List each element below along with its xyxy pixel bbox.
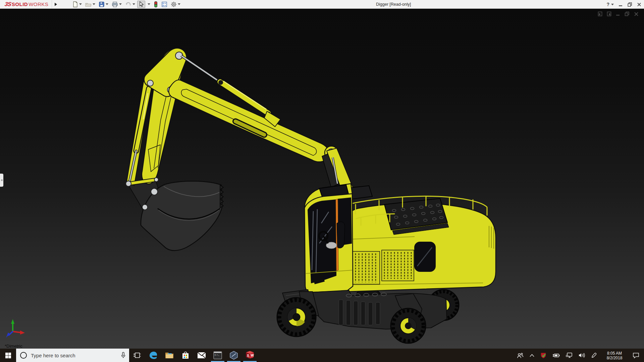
action-center-icon bbox=[633, 353, 639, 358]
solidworks-window: 3S SOLIDWORKS bbox=[0, 0, 644, 362]
file-explorer-icon bbox=[165, 352, 174, 359]
front-right-wheel[interactable] bbox=[391, 308, 426, 343]
cab-front-glass bbox=[308, 200, 336, 283]
windows-logo-icon bbox=[5, 353, 11, 358]
front-left-wheel[interactable] bbox=[277, 298, 316, 337]
battery-button[interactable] bbox=[549, 349, 563, 362]
cortana-icon[interactable] bbox=[20, 352, 27, 359]
save-icon bbox=[99, 1, 105, 7]
help-button[interactable]: ? bbox=[606, 2, 614, 7]
view-orientation-label: *Dimetric bbox=[5, 344, 22, 349]
solidworks-shield-icon bbox=[540, 352, 546, 359]
print-icon bbox=[112, 1, 118, 7]
help-icon: ? bbox=[606, 2, 609, 7]
command-prompt-button[interactable]: C:\_ bbox=[210, 349, 226, 362]
clock-time: 8:05 AM bbox=[602, 351, 627, 356]
start-button[interactable] bbox=[0, 349, 16, 362]
brand-solid: SOLID bbox=[12, 1, 28, 7]
boom-beam[interactable] bbox=[169, 80, 338, 162]
clock-date: 8/2/2018 bbox=[602, 356, 627, 360]
action-center-button[interactable] bbox=[630, 349, 644, 362]
bucket[interactable] bbox=[127, 178, 223, 251]
volume-button[interactable] bbox=[576, 349, 588, 362]
open-button[interactable] bbox=[84, 1, 97, 8]
chevron-up-icon bbox=[530, 354, 534, 357]
operator-cab[interactable] bbox=[305, 184, 353, 292]
restore-button[interactable] bbox=[628, 2, 632, 7]
options-button[interactable] bbox=[169, 1, 182, 8]
mail-icon bbox=[197, 352, 206, 359]
save-dropdown-icon[interactable] bbox=[106, 3, 108, 5]
file-properties-button[interactable] bbox=[160, 1, 169, 8]
undo-dropdown-icon[interactable] bbox=[132, 3, 135, 5]
engine-vent-grille-right bbox=[382, 250, 414, 281]
cmd-prompt-text: C:\_ bbox=[215, 354, 220, 356]
edrawings-button[interactable] bbox=[226, 349, 242, 362]
solidworks-logo: 3S SOLIDWORKS bbox=[0, 0, 52, 8]
battery-icon bbox=[552, 353, 560, 358]
taskbar-search[interactable] bbox=[16, 349, 129, 362]
options-gear-icon bbox=[171, 1, 177, 7]
edrawings-hexagon-icon bbox=[229, 351, 238, 360]
new-dropdown-icon[interactable] bbox=[79, 3, 82, 5]
open-folder-icon bbox=[85, 1, 92, 7]
select-cursor-icon bbox=[139, 1, 144, 7]
file-properties-icon bbox=[161, 1, 167, 7]
network-icon bbox=[566, 353, 573, 358]
titlebar: 3S SOLIDWORKS bbox=[0, 0, 644, 9]
solidworks-2017-button[interactable]: S W 2017 bbox=[242, 349, 258, 362]
pen-icon bbox=[591, 353, 596, 358]
tray-overflow-button[interactable] bbox=[527, 349, 537, 362]
pen-button[interactable] bbox=[588, 349, 599, 362]
minimize-icon bbox=[619, 2, 623, 7]
new-document-icon bbox=[72, 1, 78, 7]
select-dropdown-icon[interactable] bbox=[148, 3, 150, 5]
close-icon bbox=[637, 2, 641, 7]
graphics-viewport[interactable]: .y{fill:#d9db21;stroke:#101010;stroke-wi… bbox=[0, 9, 644, 349]
close-button[interactable] bbox=[637, 2, 641, 7]
people-button[interactable] bbox=[514, 349, 527, 362]
operator-seat bbox=[337, 222, 345, 248]
orientation-triad bbox=[6, 319, 25, 338]
store-button[interactable] bbox=[177, 349, 194, 362]
search-input[interactable] bbox=[27, 353, 121, 358]
edge-button[interactable] bbox=[145, 349, 161, 362]
sw-year-label: 2017 bbox=[248, 356, 253, 358]
open-dropdown-icon[interactable] bbox=[93, 3, 95, 5]
window-controls: ? bbox=[606, 0, 641, 9]
solidworks-monitor-tray-button[interactable] bbox=[537, 349, 549, 362]
task-view-button[interactable] bbox=[129, 349, 145, 362]
undo-icon bbox=[125, 1, 131, 7]
rebuild-button[interactable] bbox=[152, 1, 159, 8]
command-prompt-icon: C:\_ bbox=[213, 351, 222, 359]
new-document-button[interactable] bbox=[71, 1, 83, 8]
brand-works: WORKS bbox=[29, 1, 48, 7]
minimize-button[interactable] bbox=[619, 2, 623, 7]
options-dropdown-icon[interactable] bbox=[178, 3, 180, 5]
print-button[interactable] bbox=[110, 1, 123, 8]
store-icon bbox=[181, 351, 190, 359]
undo-button[interactable] bbox=[124, 1, 137, 8]
mail-button[interactable] bbox=[194, 349, 210, 362]
help-dropdown-icon[interactable] bbox=[611, 4, 614, 5]
edge-icon bbox=[149, 351, 158, 360]
print-dropdown-icon[interactable] bbox=[119, 3, 122, 5]
task-view-icon bbox=[133, 352, 141, 358]
taskbar-spacer bbox=[258, 349, 514, 362]
save-button[interactable] bbox=[97, 1, 110, 8]
select-button[interactable] bbox=[137, 1, 145, 8]
windows-taskbar: C:\_ S W 2017 bbox=[0, 349, 644, 362]
clock[interactable]: 8:05 AM 8/2/2018 bbox=[599, 349, 630, 362]
solidworks-cube-icon: S W 2017 bbox=[246, 351, 254, 360]
network-button[interactable] bbox=[563, 349, 576, 362]
people-icon bbox=[517, 353, 524, 358]
volume-icon bbox=[579, 353, 585, 358]
excavator-model[interactable]: .y{fill:#d9db21;stroke:#101010;stroke-wi… bbox=[0, 9, 644, 349]
ds-logo-mark: 3S bbox=[4, 1, 12, 8]
select-flyout[interactable] bbox=[146, 1, 152, 8]
rebuild-traffic-light-icon bbox=[154, 1, 158, 8]
document-title: Digger [Read-only] bbox=[376, 2, 411, 7]
microphone-icon[interactable] bbox=[121, 352, 126, 359]
menu-flyout-arrow-icon[interactable] bbox=[55, 3, 57, 6]
file-explorer-button[interactable] bbox=[161, 349, 177, 362]
